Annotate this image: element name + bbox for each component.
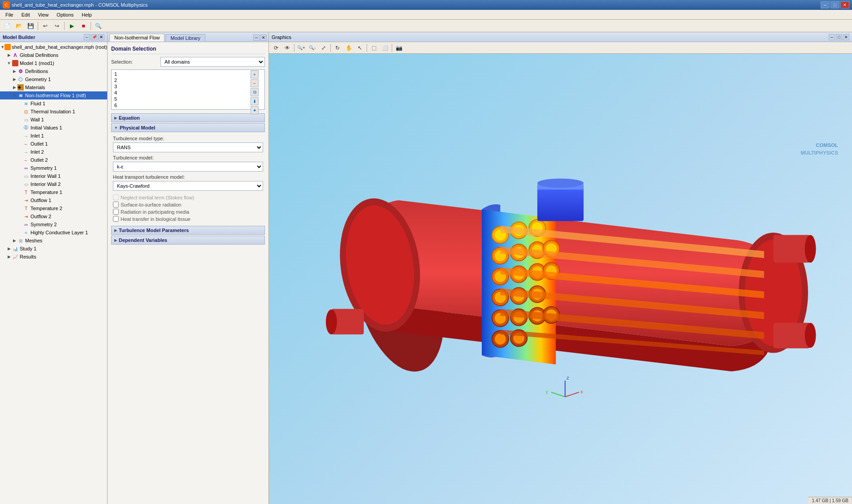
tree-inlet2[interactable]: → Inlet 2 (0, 148, 107, 156)
app-icon: C (3, 1, 10, 9)
out1-icon: ⇥ (22, 197, 30, 204)
tree-hcl1[interactable]: ≈ Highly Conductive Layer 1 (0, 228, 107, 237)
tree-iwall1[interactable]: ▭ Interior Wall 1 (0, 172, 107, 180)
tree-global-def[interactable]: ▶ Λ Global Definitions (0, 51, 107, 59)
open-button[interactable]: 📂 (13, 21, 24, 31)
tree-model1[interactable]: ▼ Model 1 (mod1) (0, 59, 107, 67)
model-builder-collapse[interactable]: ─ (84, 34, 90, 40)
model-builder-close[interactable]: ✕ (98, 34, 104, 40)
tree-outlet1[interactable]: ← Outlet 1 (0, 140, 107, 148)
graphics-screenshot-button[interactable]: 📷 (394, 43, 404, 53)
therm-ins-label: Thermal Insulation 1 (30, 109, 75, 114)
surface-radiation-checkbox[interactable] (113, 202, 119, 207)
tab-model-library[interactable]: Model Library (165, 34, 205, 42)
tree-meshes[interactable]: ▶ ⊞ Meshes (0, 237, 107, 245)
graphics-eye-button[interactable]: 👁 (282, 43, 293, 53)
redo-button[interactable]: ↪ (52, 21, 62, 31)
model-builder-pin[interactable]: 📌 (91, 34, 97, 40)
close-button[interactable]: ✕ (840, 1, 849, 9)
graphics-zoom-in-button[interactable]: 🔍+ (296, 43, 307, 53)
graphics-wireframe-button[interactable]: ⬚ (368, 43, 379, 53)
tree-wall1[interactable]: ▭ Wall 1 (0, 116, 107, 124)
tree-nitf1[interactable]: ▼ ≋ Non-Isothermal Flow 1 (nitf) (0, 91, 107, 99)
tree-root[interactable]: ▼ shell_and_tube_heat_exchanger.mph (roo… (0, 43, 107, 51)
graphics-solid-button[interactable]: ⬜ (380, 43, 390, 53)
domain-add-button[interactable]: + (251, 70, 259, 78)
tree-sym1[interactable]: ⇔ Symmetry 1 (0, 164, 107, 172)
physical-model-title: Physical Model (120, 125, 155, 130)
menu-view[interactable]: View (35, 11, 52, 18)
tree-study1[interactable]: ▶ 📊 Study 1 (0, 245, 107, 253)
model1-label: Model 1 (mod1) (20, 60, 54, 66)
tree-temp1[interactable]: T Temperature 1 (0, 188, 107, 196)
wall1-label: Wall 1 (30, 117, 44, 122)
graphics-rotate-button[interactable]: ↻ (332, 43, 343, 53)
turbulence-params-section-header[interactable]: ▶ Turbulence Model Parameters (111, 226, 265, 235)
domain-remove-button[interactable]: − (251, 79, 259, 87)
menu-help[interactable]: Help (78, 11, 95, 18)
graphics-viewport[interactable]: x y z COMSOL MULTIPHYSICS 1.47 GB | 1.59… (269, 54, 852, 504)
new-button[interactable]: 📄 (2, 21, 13, 31)
tree-materials[interactable]: ▶ ◈ Materials (0, 83, 107, 91)
defs-arrow: ▶ (12, 69, 17, 73)
tree-geometry1[interactable]: ▶ ⬡ Geometry 1 (0, 75, 107, 83)
tree-definitions[interactable]: ▶ ⚙ Definitions (0, 67, 107, 75)
tree-initial-vals1[interactable]: ⓪ Initial Values 1 (0, 124, 107, 132)
tree-outflow2[interactable]: ⇥ Outflow 2 (0, 212, 107, 220)
graphics-collapse-button[interactable]: ─ (829, 34, 835, 40)
domain-select-button[interactable]: ✦ (251, 106, 259, 114)
tree-fluid1[interactable]: ≋ Fluid 1 (0, 99, 107, 108)
tabs-close-button[interactable]: ✕ (260, 34, 267, 41)
tree-outflow1[interactable]: ⇥ Outflow 1 (0, 196, 107, 204)
tree-root-arrow: ▼ (0, 45, 4, 49)
physical-model-section-header[interactable]: ▼ Physical Model (111, 123, 265, 132)
graphics-pan-button[interactable]: ✋ (343, 43, 354, 53)
graphics-maximize-button[interactable]: □ (836, 34, 842, 40)
init-icon: ⓪ (22, 124, 30, 131)
graphics-select-button[interactable]: ↖ (355, 43, 365, 53)
stop-button[interactable]: ■ (78, 21, 89, 31)
tree-results[interactable]: ▶ 📈 Results (0, 253, 107, 261)
minimize-button[interactable]: ─ (821, 1, 830, 9)
tree-thermal-ins1[interactable]: ⊡ Thermal Insulation 1 (0, 108, 107, 116)
tree-root-icon (4, 43, 11, 51)
save-button[interactable]: 💾 (25, 21, 36, 31)
neglect-inertial-checkbox[interactable] (113, 194, 119, 200)
equation-section-header[interactable]: ▶ Equation (111, 113, 265, 122)
selection-dropdown[interactable]: All domains (160, 57, 265, 67)
bio-tissue-checkbox[interactable] (113, 216, 119, 222)
rad-participating-row: Radiation in participating media (113, 209, 263, 215)
equation-section-title: Equation (119, 115, 140, 121)
graphics-zoom-out-button[interactable]: 🔍- (307, 43, 318, 53)
tabs-controls: ─ ✕ (253, 34, 267, 42)
graphics-close-button[interactable]: ✕ (843, 34, 849, 40)
domain-item-1: 1 (112, 71, 264, 77)
axis-z-label: z (567, 375, 569, 380)
tabs-collapse-button[interactable]: ─ (253, 34, 259, 41)
turbulence-model-dropdown[interactable]: k-ε k-ω (113, 162, 263, 172)
undo-button[interactable]: ↩ (40, 21, 51, 31)
tree-iwall2[interactable]: ▭ Interior Wall 2 (0, 180, 107, 188)
tab-non-isothermal-flow[interactable]: Non-Isothermal Flow (109, 34, 164, 42)
menu-options[interactable]: Options (53, 11, 77, 18)
heat-transport-dropdown[interactable]: Kays-Crawford (113, 181, 263, 191)
domain-list-container[interactable]: 1 2 3 4 5 6 7 8 (111, 69, 265, 110)
rad-participating-checkbox[interactable] (113, 209, 119, 215)
turbulence-type-dropdown[interactable]: RANS LES None (113, 142, 263, 152)
graphics-reset-button[interactable]: ⟳ (271, 43, 281, 53)
domain-paste-button[interactable]: ⬇ (251, 97, 259, 105)
graphics-zoom-fit-button[interactable]: ⤢ (318, 43, 329, 53)
menu-edit[interactable]: Edit (18, 11, 34, 18)
nozzle-right-bottom (773, 323, 810, 349)
menu-file[interactable]: File (2, 11, 17, 18)
tree-sym2[interactable]: ⇔ Symmetry 2 (0, 220, 107, 228)
tree-outlet2[interactable]: ← Outlet 2 (0, 156, 107, 164)
dependent-vars-section-header[interactable]: ▶ Dependent Variables (111, 236, 265, 245)
zoom-in-button[interactable]: 🔍 (93, 21, 104, 31)
model1-arrow: ▼ (6, 61, 12, 65)
run-button[interactable]: ▶ (66, 21, 77, 31)
maximize-button[interactable]: □ (830, 1, 839, 9)
domain-copy-button[interactable]: ⧉ (251, 88, 259, 96)
tree-temp2[interactable]: T Temperature 2 (0, 204, 107, 212)
tree-inlet1[interactable]: → Inlet 1 (0, 132, 107, 140)
